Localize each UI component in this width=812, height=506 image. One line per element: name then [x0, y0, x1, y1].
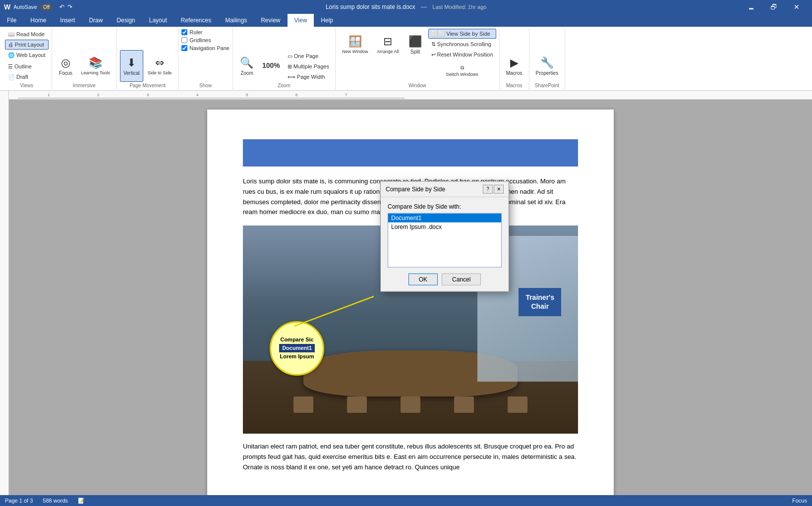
modal-label: Compare Side by Side with:	[388, 203, 502, 210]
modal-cancel-button[interactable]: Cancel	[442, 274, 481, 285]
modal-document-list[interactable]: Document1 Lorem Ipsum .docx	[388, 213, 502, 268]
modal-help-button[interactable]: ?	[483, 185, 493, 194]
modal-overlay: Compare Side by Side ? ✕ Compare Side by…	[0, 0, 812, 506]
modal-dialog: Compare Side by Side ? ✕ Compare Side by…	[380, 181, 509, 292]
modal-list-item-1[interactable]: Lorem Ipsum .docx	[388, 223, 501, 231]
modal-list-item-0[interactable]: Document1	[388, 214, 501, 223]
modal-close-button[interactable]: ✕	[494, 185, 504, 194]
app-wrapper: W AutoSave Off ↶ ↷ Loris sump dolor sits…	[0, 0, 812, 506]
modal-buttons: OK Cancel	[388, 274, 502, 285]
modal-title: Compare Side by Side	[386, 186, 445, 193]
modal-title-bar: Compare Side by Side ? ✕	[381, 182, 509, 197]
modal-body: Compare Side by Side with: Document1 Lor…	[381, 197, 509, 291]
modal-title-controls: ? ✕	[483, 185, 504, 194]
modal-ok-button[interactable]: OK	[408, 274, 438, 285]
